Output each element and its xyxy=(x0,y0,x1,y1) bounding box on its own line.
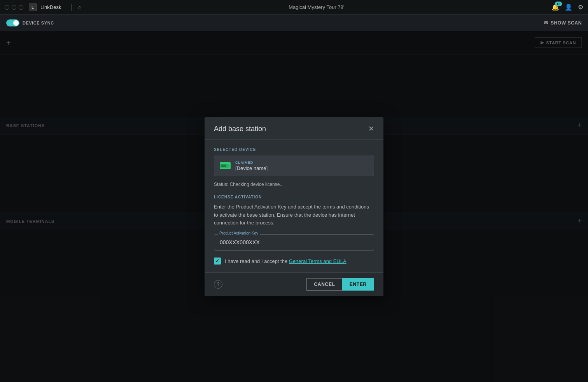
license-section-label: LICENSE ACTIVATION xyxy=(214,195,374,199)
notification-icon[interactable]: 🔔 12 xyxy=(551,4,559,11)
modal-title: Add base station xyxy=(214,125,266,133)
modal-overlay: Add base station ✕ SELECTED DEVICE xyxy=(0,31,588,382)
checkbox-check-icon: ✓ xyxy=(215,258,219,264)
modal-close-button[interactable]: ✕ xyxy=(368,125,374,132)
device-icon xyxy=(220,162,231,169)
help-question-mark: ? xyxy=(217,282,220,287)
window-controls xyxy=(5,5,23,10)
show-scan-button[interactable]: ✉ SHOW SCAN xyxy=(544,20,582,26)
app-name: LinkDesk xyxy=(40,4,61,10)
selected-device-label: SELECTED DEVICE xyxy=(214,147,374,152)
device-sync-toggle[interactable] xyxy=(6,19,19,26)
license-section: LICENSE ACTIVATION Enter the Product Act… xyxy=(214,195,374,265)
show-scan-icon: ✉ xyxy=(544,20,548,26)
activation-key-group: Product Activation Key xyxy=(214,234,374,251)
app-logo: L xyxy=(29,4,37,11)
show-scan-label: SHOW SCAN xyxy=(551,20,582,26)
svg-rect-2 xyxy=(221,165,226,167)
activation-key-label: Product Activation Key xyxy=(218,231,260,235)
window-title: Magical Mystery Tour 78' xyxy=(86,4,548,10)
status-text: Status: Checking device license... xyxy=(214,182,374,187)
help-icon[interactable]: ? xyxy=(214,280,222,289)
dot-2[interactable] xyxy=(12,5,16,10)
notification-badge: 12 xyxy=(555,2,562,6)
titlebar-actions: 🔔 12 👤 ⚙ xyxy=(551,4,583,11)
svg-rect-1 xyxy=(229,165,230,166)
device-card: CLAIMED [Device name] xyxy=(214,156,374,176)
settings-icon[interactable]: ⚙ xyxy=(578,4,583,11)
titlebar: L LinkDesk ⌂ Magical Mystery Tour 78' 🔔 … xyxy=(0,0,588,15)
divider xyxy=(71,4,72,11)
dot-3[interactable] xyxy=(19,5,23,10)
terms-link[interactable]: General Terms and EULA xyxy=(289,258,346,264)
user-icon[interactable]: 👤 xyxy=(565,4,572,11)
main-area: + ▶ START SCAN BASE STATIONS + MOBILE TE… xyxy=(0,31,588,382)
device-name: [Device name] xyxy=(235,165,268,171)
device-sync: DEVICE SYNC xyxy=(6,19,54,26)
activation-key-input[interactable] xyxy=(214,234,374,251)
checkbox-label: I have read and I accept the General Ter… xyxy=(225,258,346,264)
device-info: CLAIMED [Device name] xyxy=(235,161,268,171)
home-icon[interactable]: ⌂ xyxy=(78,4,81,11)
dot-1[interactable] xyxy=(5,5,9,10)
terms-checkbox-row: ✓ I have read and I accept the General T… xyxy=(214,258,374,265)
footer-buttons: CANCEL ENTER xyxy=(306,278,374,291)
cancel-button[interactable]: CANCEL xyxy=(306,278,342,291)
add-base-station-modal: Add base station ✕ SELECTED DEVICE xyxy=(205,117,383,296)
modal-footer: ? CANCEL ENTER xyxy=(205,272,383,296)
device-claimed-label: CLAIMED xyxy=(235,161,268,165)
checkbox-text: I have read and I accept the xyxy=(225,258,289,264)
toolbar: DEVICE SYNC ✉ SHOW SCAN xyxy=(0,15,588,31)
device-sync-label: DEVICE SYNC xyxy=(23,21,54,25)
license-description: Enter the Product Activation Key and acc… xyxy=(214,203,374,227)
modal-header: Add base station ✕ xyxy=(205,117,383,140)
terms-checkbox[interactable]: ✓ xyxy=(214,258,221,265)
enter-button[interactable]: ENTER xyxy=(342,278,374,291)
modal-body: SELECTED DEVICE CLAIMED [Device name] xyxy=(205,140,383,272)
